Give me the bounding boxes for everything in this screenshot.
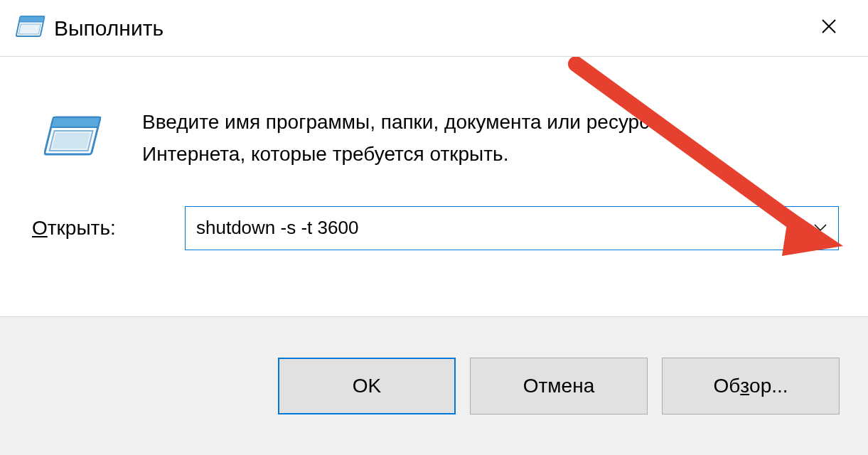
svg-rect-8 [52,133,90,149]
open-label: Открыть: [28,217,171,240]
cancel-button[interactable]: Отмена [470,358,648,414]
ok-button[interactable]: OK [278,358,456,414]
open-combobox[interactable] [185,206,839,250]
chevron-down-icon[interactable] [813,222,827,235]
svg-rect-2 [18,24,41,34]
run-dialog-icon [14,14,47,43]
svg-rect-1 [19,16,45,22]
dialog-description: Введите имя программы, папки, документа … [142,107,725,171]
run-dialog-large-icon [43,114,107,164]
window-title: Выполнить [54,16,164,41]
close-icon [820,18,837,35]
open-input[interactable] [196,207,827,250]
svg-rect-6 [51,117,100,127]
dialog-footer: OK Отмена Обзор... [0,316,868,455]
dialog-content: Введите имя программы, папки, документа … [0,57,868,316]
browse-button[interactable]: Обзор... [662,358,840,414]
close-button[interactable] [818,16,840,37]
titlebar: Выполнить [0,0,868,57]
